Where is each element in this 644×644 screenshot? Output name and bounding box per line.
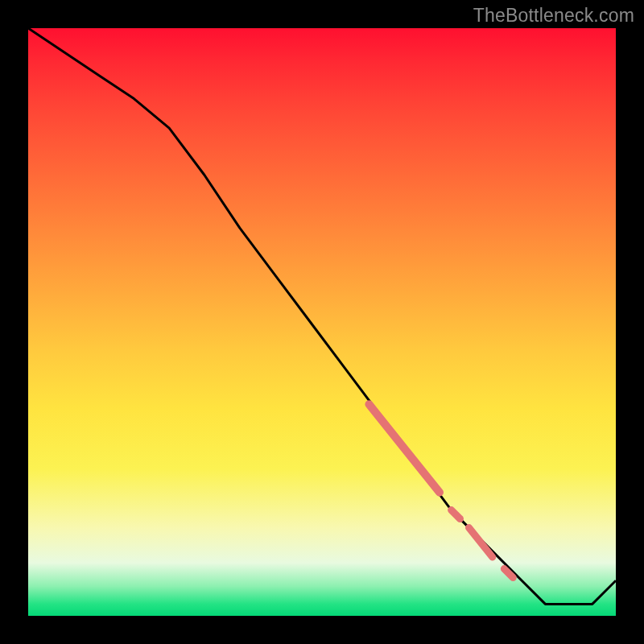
main-curve bbox=[28, 28, 616, 604]
overlay-segment-0 bbox=[369, 404, 440, 493]
watermark-text: TheBottleneck.com bbox=[473, 5, 634, 27]
overlay-segment-2 bbox=[469, 528, 493, 558]
chart-frame: TheBottleneck.com bbox=[0, 0, 644, 644]
chart-svg bbox=[28, 28, 616, 616]
plot-area bbox=[28, 28, 616, 616]
overlay-segment-1 bbox=[452, 510, 460, 519]
